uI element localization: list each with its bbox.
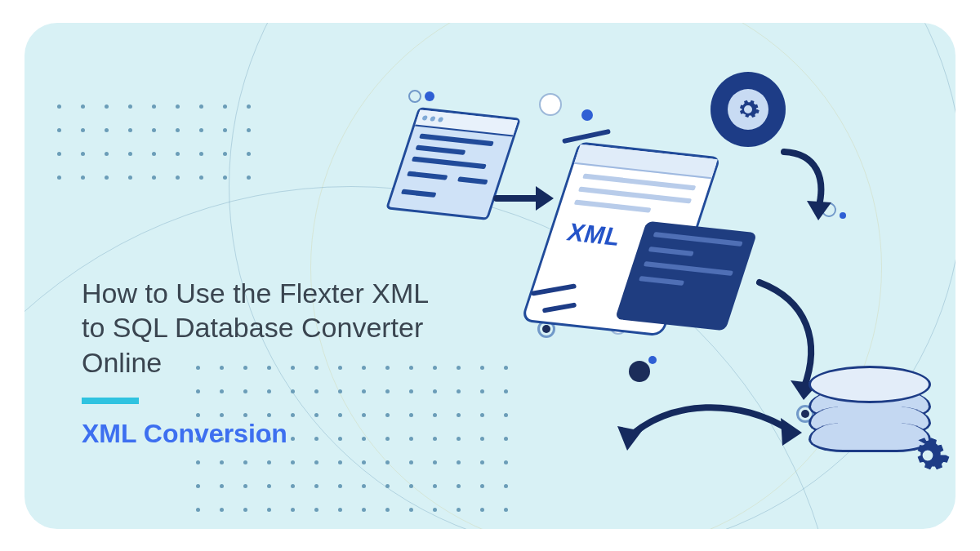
- illustration: XML: [376, 64, 947, 521]
- deco-dash: [562, 128, 611, 143]
- gear-icon: [905, 433, 951, 478]
- database-icon: [808, 366, 931, 480]
- arrow-bidirectional-icon: [603, 374, 815, 467]
- arrow-icon: [776, 145, 841, 230]
- settings-gear-icon: [710, 72, 786, 147]
- deco-bubble: [539, 93, 562, 116]
- deco-dot: [581, 109, 593, 121]
- deco-ring: [408, 90, 421, 103]
- hero-card: How to Use the Flexter XML to SQL Databa…: [24, 23, 956, 529]
- target-dot: [542, 325, 550, 333]
- accent-underline: [82, 398, 139, 404]
- dot-grid: [57, 104, 251, 180]
- deco-dot: [648, 356, 657, 364]
- arrow-icon: [495, 178, 560, 222]
- deco-dot: [425, 91, 434, 101]
